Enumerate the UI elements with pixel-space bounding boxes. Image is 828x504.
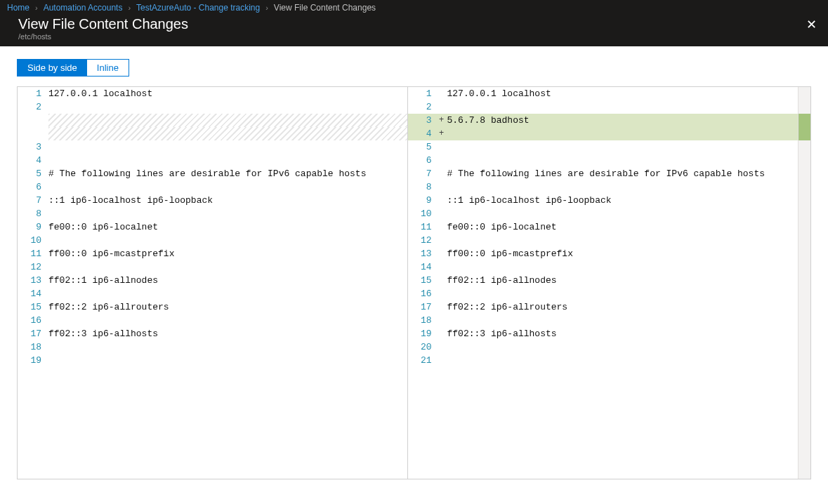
diff-filler bbox=[48, 114, 407, 127]
diff-line: 10 bbox=[408, 207, 798, 220]
inline-button[interactable]: Inline bbox=[87, 60, 129, 76]
line-number: 10 bbox=[18, 234, 47, 247]
chevron-right-icon: › bbox=[128, 4, 131, 12]
diff-line: 11fe00::0 ip6-localnet bbox=[408, 220, 798, 234]
diff-line: 15ff02::1 ip6-allnodes bbox=[408, 274, 798, 287]
line-number: 8 bbox=[18, 207, 47, 220]
diff-viewer: 1127.0.0.1 localhost2345# The following … bbox=[17, 86, 811, 479]
diff-line: 17ff02::2 ip6-allrouters bbox=[408, 300, 798, 314]
line-number: 20 bbox=[408, 340, 438, 354]
line-text: 127.0.0.1 localhost bbox=[47, 87, 152, 100]
breadcrumb-automation-accounts[interactable]: Automation Accounts bbox=[44, 3, 123, 13]
line-text: ff00::0 ip6-mcastprefix bbox=[47, 247, 174, 260]
diff-line: 7::1 ip6-localhost ip6-loopback bbox=[18, 194, 407, 207]
line-text: ff02::3 ip6-allhosts bbox=[47, 327, 158, 340]
breadcrumb-home[interactable]: Home bbox=[7, 3, 29, 13]
diff-line: 7# The following lines are desirable for… bbox=[408, 167, 798, 180]
diff-pane-modified[interactable]: 1127.0.0.1 localhost23+5.6.7.8 badhost4+… bbox=[408, 87, 798, 479]
diff-line: 12 bbox=[18, 260, 407, 274]
diff-line: 16 bbox=[18, 314, 407, 327]
diff-line: 15ff02::2 ip6-allrouters bbox=[18, 300, 407, 314]
line-number: 1 bbox=[408, 87, 438, 100]
diff-line: 5# The following lines are desirable for… bbox=[18, 167, 407, 180]
line-number: 17 bbox=[18, 327, 47, 340]
line-text: ff02::1 ip6-allnodes bbox=[446, 274, 557, 287]
minimap-scrollbar[interactable] bbox=[798, 87, 810, 479]
diff-line: 6 bbox=[408, 154, 798, 167]
diff-line: 14 bbox=[18, 287, 407, 300]
top-bar: Home › Automation Accounts › TestAzureAu… bbox=[0, 0, 828, 46]
diff-pane-original[interactable]: 1127.0.0.1 localhost2345# The following … bbox=[18, 87, 408, 479]
line-number: 14 bbox=[18, 287, 47, 300]
diff-line bbox=[18, 114, 407, 127]
breadcrumb-change-tracking[interactable]: TestAzureAuto - Change tracking bbox=[136, 3, 260, 13]
diff-line: 10 bbox=[18, 234, 407, 247]
line-text: # The following lines are desirable for … bbox=[446, 167, 765, 180]
content-area: Side by side Inline 1127.0.0.1 localhost… bbox=[0, 46, 828, 496]
minimap-change-marker bbox=[799, 114, 810, 140]
line-number: 16 bbox=[18, 314, 47, 327]
diff-line: 21 bbox=[408, 354, 798, 367]
page-subtitle: /etc/hosts bbox=[18, 32, 188, 41]
line-number: 12 bbox=[18, 260, 47, 274]
line-number: 19 bbox=[18, 354, 47, 367]
line-number: 6 bbox=[408, 154, 438, 167]
diff-line: 19ff02::3 ip6-allhosts bbox=[408, 327, 798, 340]
diff-line: 6 bbox=[18, 180, 407, 194]
diff-line: 19 bbox=[18, 354, 407, 367]
view-mode-toggle: Side by side Inline bbox=[17, 59, 129, 77]
line-text: ::1 ip6-localhost ip6-loopback bbox=[47, 194, 213, 207]
line-text: ff02::2 ip6-allrouters bbox=[446, 300, 568, 314]
line-number: 3 bbox=[18, 140, 47, 154]
breadcrumb: Home › Automation Accounts › TestAzureAu… bbox=[0, 0, 828, 14]
diff-line bbox=[18, 127, 407, 140]
line-number: 15 bbox=[408, 274, 438, 287]
diff-line: 4 bbox=[18, 154, 407, 167]
line-number: 11 bbox=[408, 220, 438, 234]
diff-line: 14 bbox=[408, 260, 798, 274]
line-number: 7 bbox=[408, 167, 438, 180]
line-text: ff02::2 ip6-allrouters bbox=[47, 300, 169, 314]
line-number: 2 bbox=[18, 100, 47, 114]
diff-line: 8 bbox=[408, 180, 798, 194]
close-button[interactable]: ✕ bbox=[805, 14, 818, 35]
diff-line: 18 bbox=[408, 314, 798, 327]
line-number: 13 bbox=[18, 274, 47, 287]
line-text: ff00::0 ip6-mcastprefix bbox=[446, 247, 573, 260]
line-number: 9 bbox=[18, 220, 47, 234]
diff-line: 5 bbox=[408, 140, 798, 154]
line-number: 11 bbox=[18, 247, 47, 260]
line-text: 127.0.0.1 localhost bbox=[446, 87, 551, 100]
chevron-right-icon: › bbox=[265, 4, 268, 12]
line-text: ff02::1 ip6-allnodes bbox=[47, 274, 158, 287]
diff-line: 17ff02::3 ip6-allhosts bbox=[18, 327, 407, 340]
line-text: # The following lines are desirable for … bbox=[47, 167, 366, 180]
line-number: 16 bbox=[408, 287, 438, 300]
diff-line: 20 bbox=[408, 340, 798, 354]
line-number: 3 bbox=[408, 114, 438, 127]
line-text: fe00::0 ip6-localnet bbox=[47, 220, 158, 234]
plus-icon: + bbox=[438, 127, 446, 140]
line-number: 9 bbox=[408, 194, 438, 207]
diff-line: 18 bbox=[18, 340, 407, 354]
diff-line: 8 bbox=[18, 207, 407, 220]
side-by-side-button[interactable]: Side by side bbox=[18, 60, 87, 76]
diff-line: 9fe00::0 ip6-localnet bbox=[18, 220, 407, 234]
page-title: View File Content Changes bbox=[18, 14, 188, 34]
line-number: 6 bbox=[18, 180, 47, 194]
line-number: 21 bbox=[408, 354, 438, 367]
line-number: 17 bbox=[408, 300, 438, 314]
line-number: 18 bbox=[408, 314, 438, 327]
diff-line: 2 bbox=[408, 100, 798, 114]
line-number: 1 bbox=[18, 87, 47, 100]
diff-line: 13ff00::0 ip6-mcastprefix bbox=[408, 247, 798, 260]
line-text: fe00::0 ip6-localnet bbox=[446, 220, 557, 234]
line-text: ::1 ip6-localhost ip6-loopback bbox=[446, 194, 612, 207]
diff-line: 11ff00::0 ip6-mcastprefix bbox=[18, 247, 407, 260]
line-number: 5 bbox=[408, 140, 438, 154]
diff-line: 3 bbox=[18, 140, 407, 154]
diff-line: 13ff02::1 ip6-allnodes bbox=[18, 274, 407, 287]
diff-line: 2 bbox=[18, 100, 407, 114]
line-number: 5 bbox=[18, 167, 47, 180]
line-number: 15 bbox=[18, 300, 47, 314]
